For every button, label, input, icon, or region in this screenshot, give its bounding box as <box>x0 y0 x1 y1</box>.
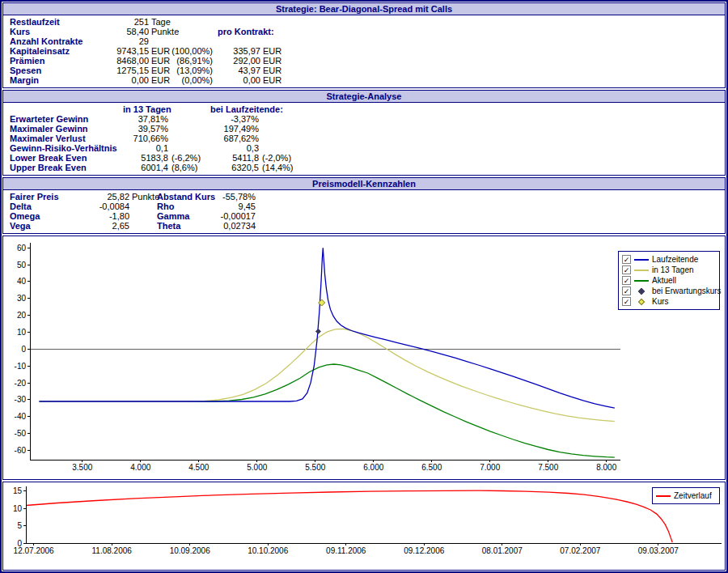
row-pct <box>171 36 213 46</box>
y-tick-label: 10 <box>17 328 27 337</box>
row-value-13d: 39,57% <box>123 124 168 134</box>
row-value-expiry: 0,3 <box>209 143 259 153</box>
row-value: 1275,15 <box>105 66 149 75</box>
row-pk-unit: EUR <box>260 66 283 75</box>
row-value-expiry: 6320,5 <box>209 163 259 172</box>
y-tick-label: 20 <box>17 311 27 320</box>
row-unit: EUR <box>149 66 171 75</box>
row-label: Erwarteter Gewinn <box>10 114 123 124</box>
line-swatch <box>634 280 649 282</box>
pricing-right-rows: Abstand Kurs-55,78%Rho9,45Gamma-0,00017T… <box>157 192 256 231</box>
analysis-column-headers: in 13 Tagen bei Laufzeitende: <box>3 104 725 114</box>
legend-item: ✓in 13 Tagen <box>622 265 716 275</box>
legend-checkbox[interactable]: ✓ <box>622 297 631 306</box>
row-label: Anzahl Kontrakte <box>10 36 105 46</box>
line-swatch <box>656 495 671 497</box>
row-value: -1,80 <box>84 211 129 221</box>
payoff-legend: ✓Laufzeitende✓in 13 Tagen✓Aktuell✓bei Er… <box>618 251 720 310</box>
row-extra-13d <box>168 124 209 134</box>
row-value-expiry: 197,49% <box>209 124 259 134</box>
x-tick-label: 09.03.2007 <box>638 546 679 555</box>
y-tick-label: 40 <box>17 277 27 286</box>
legend-checkbox[interactable]: ✓ <box>622 286 631 295</box>
analysis-panel: Strategie-Analyse in 13 Tagen bei Laufze… <box>2 90 726 176</box>
payoff-chart-section: 6050403020100-10-20-30-40-50-603.5004.00… <box>2 236 726 480</box>
row-label: Margin <box>10 75 105 85</box>
line-symbol <box>656 495 671 497</box>
x-tick-label: 12.07.2006 <box>14 546 54 555</box>
series-Zeitverlauf <box>26 490 672 542</box>
analysis-row: Upper Break Even6001,4(8,6%)6320,5(14,4%… <box>3 163 725 172</box>
row-label: Omega <box>10 211 84 221</box>
legend-label: bei Erwartungskurs <box>652 286 722 295</box>
row-pk-value <box>213 17 260 27</box>
y-tick-label: -30 <box>15 395 27 404</box>
y-tick-label: -20 <box>15 379 27 388</box>
series-Laufzeitende <box>40 248 615 408</box>
strategy-row: Anzahl Kontrakte29 <box>3 36 725 46</box>
legend-label: Laufzeitende <box>652 255 698 264</box>
strategy-panel-header: Strategie: Bear-Diagonal-Spread mit Call… <box>3 3 725 15</box>
legend-label: in 13 Tagen <box>652 265 694 274</box>
row-pk-value: 0,00 <box>213 75 260 85</box>
line-swatch <box>634 259 649 261</box>
y-tick-label: 15 <box>13 486 23 495</box>
spacer <box>10 104 123 114</box>
strategy-row: Kapitaleinsatz9743,15EUR(100,00%)335,97E… <box>3 46 725 56</box>
y-tick-label: 0 <box>21 345 26 354</box>
strategy-row: Margin0,00EUR(0,00%)0,00EUR <box>3 75 725 85</box>
row-label: Spesen <box>10 66 105 75</box>
x-tick-label: 08.01.2007 <box>482 546 523 555</box>
legend-checkbox[interactable]: ✓ <box>622 276 631 285</box>
strategy-panel: Strategie: Bear-Diagonal-Spread mit Call… <box>2 2 726 88</box>
x-tick-label: 09.11.2006 <box>326 546 366 555</box>
x-tick-label: 6.500 <box>421 463 442 472</box>
diamond-symbol <box>634 289 649 294</box>
row-extra-13d: (8,6%) <box>168 163 209 172</box>
row-label: Maximaler Verlust <box>10 134 123 143</box>
row-value: 8468,00 <box>105 56 149 66</box>
x-tick-label: 7.000 <box>480 463 500 472</box>
col1-header: in 13 Tagen <box>123 104 168 114</box>
row-label: Delta <box>10 202 84 211</box>
row-unit: Tage <box>149 17 171 27</box>
row-pk-unit <box>260 17 283 27</box>
analysis-row: Gewinn-Risiko-Verhältnis0,10,3 <box>3 143 725 153</box>
row-pk-unit: EUR <box>260 56 283 66</box>
legend-label: Zeitverlauf <box>674 491 712 500</box>
row-label: Vega <box>10 221 84 231</box>
row-extra-13d <box>168 143 209 153</box>
row-label: Upper Break Even <box>10 163 123 172</box>
row-value: 0,00 <box>105 75 149 85</box>
line-symbol <box>634 270 649 271</box>
pricing-row: Vega2,65 <box>3 221 725 231</box>
row-value-expiry: 5411,8 <box>209 153 259 163</box>
row-pct: (100,00%) <box>171 46 213 56</box>
row-pct: (86,91%) <box>171 56 213 66</box>
diamond-symbol <box>634 299 649 304</box>
row-value: -0,0084 <box>84 202 129 211</box>
row-value-13d: 0,1 <box>123 143 168 153</box>
strategy-rows: pro Kontrakt: Restlaufzeit251TageKurs58,… <box>3 15 725 87</box>
diamond-swatch <box>638 287 645 294</box>
pricing-left-rows: Fairer Preis25,82PunkteDelta-0,0084Omega… <box>3 192 725 231</box>
row-pct <box>171 27 213 36</box>
legend-checkbox[interactable]: ✓ <box>622 265 631 274</box>
row-label: Gewinn-Risiko-Verhältnis <box>10 143 123 153</box>
legend-label: Kurs <box>652 297 669 306</box>
x-tick-label: 10.10.2006 <box>248 546 288 555</box>
y-tick-label: -50 <box>15 429 27 438</box>
row-pct: (0,00%) <box>171 75 213 85</box>
row-unit <box>149 36 171 46</box>
row-extra-expiry: (-2,0%) <box>259 153 301 163</box>
x-tick-label: 4.500 <box>188 463 209 472</box>
legend-checkbox[interactable]: ✓ <box>622 255 631 264</box>
row-extra-expiry: (14,4%) <box>259 163 301 172</box>
app-window: Strategie: Bear-Diagonal-Spread mit Call… <box>0 0 728 573</box>
legend-label: Aktuell <box>652 276 676 285</box>
time-legend: Zeitverlauf <box>652 487 720 504</box>
pricing-row: Abstand Kurs-55,78% <box>157 192 256 202</box>
pricing-row: Gamma-0,00017 <box>157 211 256 221</box>
pricing-panel: Preismodell-Kennzahlen Fairer Preis25,82… <box>2 177 726 234</box>
row-extra-expiry <box>259 114 301 124</box>
